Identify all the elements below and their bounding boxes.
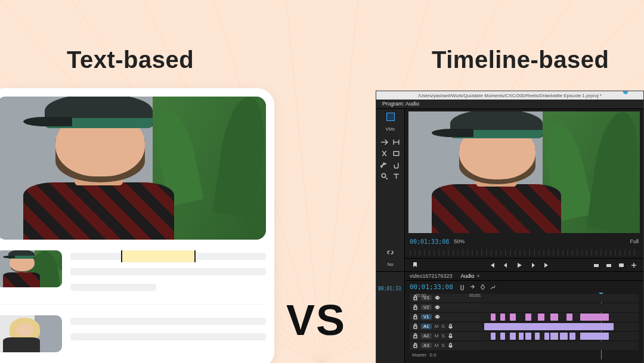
eye-icon[interactable]: [435, 314, 441, 320]
lock-icon[interactable]: [412, 343, 418, 349]
source-timecode-column: 00;01;33: [376, 272, 405, 363]
timeline-clip[interactable]: [580, 314, 609, 321]
mic-icon[interactable]: [448, 333, 454, 339]
selection-tool[interactable]: [386, 113, 395, 121]
track-header-master[interactable]: Master0.0: [410, 351, 481, 359]
transcript-line[interactable]: [70, 284, 156, 291]
timeline-clip[interactable]: [500, 333, 505, 340]
play-button[interactable]: [515, 261, 523, 269]
lift-button[interactable]: [592, 261, 600, 269]
timeline-clip[interactable]: [484, 323, 613, 330]
mark-out-button[interactable]: [438, 261, 446, 269]
lock-icon[interactable]: [412, 324, 418, 330]
resolution-label[interactable]: Full: [630, 238, 639, 244]
svg-rect-24: [414, 307, 417, 309]
lock-icon[interactable]: [412, 305, 418, 311]
razor-tool-icon[interactable]: [380, 150, 389, 158]
marker-tool-icon[interactable]: [479, 284, 486, 290]
lock-icon[interactable]: [412, 333, 418, 339]
clip-thumbnail[interactable]: [0, 315, 62, 352]
transcript-selection[interactable]: [121, 250, 196, 262]
timeline-clip[interactable]: [580, 333, 609, 340]
timeline-clip[interactable]: [560, 333, 568, 340]
heading-text-based: Text-based: [67, 46, 194, 73]
ripple-edit-tool-icon[interactable]: [392, 138, 401, 147]
timeline-clip[interactable]: [538, 314, 544, 321]
track-header-a1[interactable]: A1MS: [410, 322, 481, 331]
extract-button[interactable]: [605, 261, 612, 269]
mark-in-button[interactable]: [425, 261, 432, 269]
timeline-track-area[interactable]: [481, 294, 639, 359]
type-tool-icon[interactable]: [392, 172, 401, 181]
transcript-line[interactable]: [70, 318, 266, 325]
timeline-editor-window: /Users/yashant/Work/Quotable Moments/CXC…: [376, 91, 644, 363]
step-forward-button[interactable]: [529, 261, 537, 269]
sequence-panel: video1672176323 Audio 00;01;33;08 ;00;00…: [405, 272, 643, 363]
transcript-line[interactable]: [70, 268, 266, 275]
track-a1: [481, 322, 639, 331]
timeline-clip[interactable]: [510, 314, 516, 321]
transcript-line[interactable]: [70, 333, 266, 340]
settings-wrench-icon[interactable]: [490, 284, 496, 290]
hand-tool-icon[interactable]: [392, 161, 401, 169]
track-header-a2[interactable]: A2MS: [410, 332, 481, 340]
snap-icon[interactable]: [459, 284, 466, 290]
main-video-preview[interactable]: [0, 97, 266, 240]
eye-icon[interactable]: [435, 305, 441, 311]
eye-icon[interactable]: [435, 295, 441, 301]
program-monitor-panel: 00;01;33;08 50% Full: [405, 109, 643, 271]
timeline-clip[interactable]: [535, 333, 540, 340]
timeline-clip[interactable]: [525, 314, 532, 321]
svg-rect-18: [594, 264, 599, 267]
pen-tool-icon[interactable]: [380, 161, 389, 169]
add-marker-button[interactable]: [411, 261, 419, 269]
svg-point-17: [382, 173, 386, 178]
track-header-v1[interactable]: V1: [410, 313, 481, 321]
timeline-clip[interactable]: [491, 314, 496, 321]
transcript-row: [0, 315, 266, 352]
timeline-clip[interactable]: [566, 314, 573, 321]
go-to-out-button[interactable]: [543, 261, 550, 269]
program-monitor[interactable]: [408, 111, 640, 233]
timeline-clip[interactable]: [569, 333, 576, 340]
timeline-clip[interactable]: [544, 333, 549, 340]
link-tool-icon[interactable]: [386, 248, 395, 256]
sequence-tab[interactable]: video1672176323: [410, 273, 453, 279]
svg-point-21: [620, 264, 622, 266]
transcript-line[interactable]: [70, 253, 266, 260]
timeline-clip[interactable]: [550, 333, 558, 340]
svg-point-25: [437, 307, 438, 308]
timeline-clip[interactable]: [525, 333, 532, 340]
svg-rect-22: [414, 297, 417, 300]
timeline-clip[interactable]: [491, 333, 496, 340]
svg-rect-30: [414, 336, 417, 338]
svg-point-23: [437, 297, 438, 299]
zoom-tool-icon[interactable]: [380, 172, 389, 181]
program-timecode[interactable]: 00;01;33;08: [410, 238, 449, 245]
timeline-clip[interactable]: [519, 333, 524, 340]
sequence-timecode[interactable]: 00;01;33;08: [410, 283, 453, 291]
track-header-v2[interactable]: V2: [410, 303, 481, 312]
timeline-clip[interactable]: [550, 314, 558, 321]
zoom-percent[interactable]: 50%: [454, 238, 465, 244]
source-timecode: 00;01;33: [376, 272, 404, 306]
go-to-in-button[interactable]: [488, 261, 496, 269]
svg-rect-19: [606, 264, 611, 267]
export-frame-button[interactable]: [617, 261, 625, 269]
sequence-tab-active[interactable]: Audio: [461, 273, 480, 279]
track-a2: [481, 332, 639, 340]
linked-selection-icon[interactable]: [469, 284, 476, 290]
mic-icon[interactable]: [448, 343, 454, 349]
settings-button[interactable]: [630, 261, 637, 269]
slip-tool-icon[interactable]: [392, 150, 401, 158]
program-panel-tab[interactable]: Program: Audio: [376, 100, 643, 109]
timeline-clip[interactable]: [510, 333, 516, 340]
timeline-clip[interactable]: [500, 314, 505, 321]
program-scrub-ruler[interactable]: [410, 250, 639, 256]
track-select-tool-icon[interactable]: [380, 138, 389, 147]
step-back-button[interactable]: [501, 261, 509, 269]
track-header-a3[interactable]: A3MS: [410, 342, 481, 350]
mic-icon[interactable]: [448, 324, 454, 330]
clip-thumbnail[interactable]: [0, 250, 62, 287]
lock-icon[interactable]: [412, 314, 418, 320]
